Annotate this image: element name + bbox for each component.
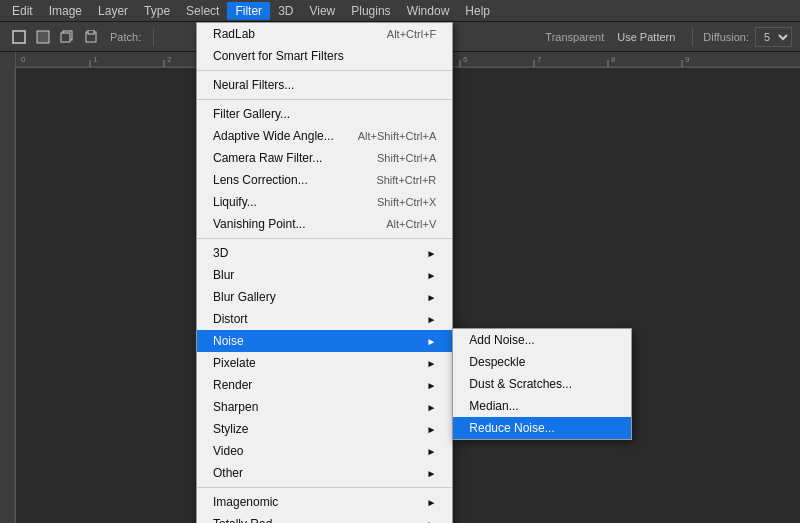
- filter-menu: RadLab Alt+Ctrl+F Convert for Smart Filt…: [196, 22, 453, 523]
- video-arrow: ►: [426, 446, 436, 457]
- submenu-median[interactable]: Median...: [453, 395, 631, 417]
- despeckle-label: Despeckle: [469, 355, 525, 369]
- toolbar-sep2: [692, 28, 693, 46]
- imagenomic-arrow: ►: [426, 497, 436, 508]
- menu-item-distort[interactable]: Distort ►: [197, 308, 452, 330]
- toolbar-sep1: [153, 28, 154, 46]
- menu-item-blur-gallery[interactable]: Blur Gallery ►: [197, 286, 452, 308]
- blur-arrow: ►: [426, 270, 436, 281]
- filter-gallery-label: Filter Gallery...: [213, 107, 290, 121]
- menu-item-pixelate[interactable]: Pixelate ►: [197, 352, 452, 374]
- menu-filter[interactable]: Filter: [227, 2, 270, 20]
- svg-text:1: 1: [93, 55, 98, 64]
- menu-item-filter-gallery[interactable]: Filter Gallery...: [197, 103, 452, 125]
- menu-item-3d[interactable]: 3D ►: [197, 242, 452, 264]
- pixelate-label: Pixelate: [213, 356, 256, 370]
- menu-item-lens-correction[interactable]: Lens Correction... Shift+Ctrl+R: [197, 169, 452, 191]
- totally-rad-label: Totally Rad: [213, 517, 272, 523]
- imagenomic-label: Imagenomic: [213, 495, 278, 509]
- transparent-label: Transparent: [545, 31, 604, 43]
- menu-edit[interactable]: Edit: [4, 2, 41, 20]
- menu-view[interactable]: View: [301, 2, 343, 20]
- submenu-despeckle[interactable]: Despeckle: [453, 351, 631, 373]
- liquify-shortcut: Shift+Ctrl+X: [377, 196, 436, 208]
- menu-item-camera-raw[interactable]: Camera Raw Filter... Shift+Ctrl+A: [197, 147, 452, 169]
- svg-text:6: 6: [463, 55, 468, 64]
- left-ruler: [0, 68, 16, 523]
- menu-item-blur[interactable]: Blur ►: [197, 264, 452, 286]
- stylize-arrow: ►: [426, 424, 436, 435]
- menu-select[interactable]: Select: [178, 2, 227, 20]
- menu-item-other[interactable]: Other ►: [197, 462, 452, 484]
- stylize-label: Stylize: [213, 422, 248, 436]
- sep2: [197, 99, 452, 100]
- submenu-add-noise[interactable]: Add Noise...: [453, 329, 631, 351]
- menu-item-stylize[interactable]: Stylize ►: [197, 418, 452, 440]
- ruler-corner: [0, 52, 16, 68]
- sharpen-arrow: ►: [426, 402, 436, 413]
- svg-text:7: 7: [537, 55, 542, 64]
- svg-text:2: 2: [167, 55, 172, 64]
- adaptive-wide-label: Adaptive Wide Angle...: [213, 129, 334, 143]
- menu-layer[interactable]: Layer: [90, 2, 136, 20]
- radlab-label: RadLab: [213, 27, 255, 41]
- submenu-reduce-noise[interactable]: Reduce Noise...: [453, 417, 631, 439]
- menu-help[interactable]: Help: [457, 2, 498, 20]
- vanishing-point-shortcut: Alt+Ctrl+V: [386, 218, 436, 230]
- totally-rad-arrow: ►: [426, 519, 436, 524]
- median-label: Median...: [469, 399, 518, 413]
- toolbar-copy-btn[interactable]: [56, 26, 78, 48]
- left-ruler-svg: [0, 68, 16, 523]
- menu-item-liquify[interactable]: Liquify... Shift+Ctrl+X: [197, 191, 452, 213]
- camera-raw-label: Camera Raw Filter...: [213, 151, 322, 165]
- menu-item-adaptive-wide[interactable]: Adaptive Wide Angle... Alt+Shift+Ctrl+A: [197, 125, 452, 147]
- liquify-label: Liquify...: [213, 195, 257, 209]
- menu-item-render[interactable]: Render ►: [197, 374, 452, 396]
- menu-image[interactable]: Image: [41, 2, 90, 20]
- menu-window[interactable]: Window: [399, 2, 458, 20]
- 3d-arrow: ►: [426, 248, 436, 259]
- menu-item-noise[interactable]: Noise ► Add Noise... Despeckle Dust & Sc…: [197, 330, 452, 352]
- pixelate-arrow: ►: [426, 358, 436, 369]
- add-noise-label: Add Noise...: [469, 333, 534, 347]
- video-label: Video: [213, 444, 243, 458]
- menu-3d[interactable]: 3D: [270, 2, 301, 20]
- toolbar-square2-btn[interactable]: [32, 26, 54, 48]
- sep4: [197, 487, 452, 488]
- menu-item-neural-filters[interactable]: Neural Filters...: [197, 74, 452, 96]
- patch-label: Patch:: [106, 31, 145, 43]
- menu-item-sharpen[interactable]: Sharpen ►: [197, 396, 452, 418]
- noise-arrow: ►: [426, 336, 436, 347]
- menu-plugins[interactable]: Plugins: [343, 2, 398, 20]
- lens-correction-shortcut: Shift+Ctrl+R: [376, 174, 436, 186]
- reduce-noise-label: Reduce Noise...: [469, 421, 554, 435]
- diffusion-select[interactable]: 5 1 2 3 4: [755, 27, 792, 47]
- noise-label: Noise: [213, 334, 244, 348]
- render-label: Render: [213, 378, 252, 392]
- smart-filters-label: Convert for Smart Filters: [213, 49, 344, 63]
- lens-correction-label: Lens Correction...: [213, 173, 308, 187]
- menu-item-vanishing-point[interactable]: Vanishing Point... Alt+Ctrl+V: [197, 213, 452, 235]
- filter-dropdown: RadLab Alt+Ctrl+F Convert for Smart Filt…: [196, 22, 453, 523]
- svg-rect-5: [88, 30, 94, 34]
- sep1: [197, 70, 452, 71]
- use-pattern-btn[interactable]: Use Pattern: [610, 26, 682, 48]
- toolbar-paste-btn[interactable]: [80, 26, 102, 48]
- sharpen-label: Sharpen: [213, 400, 258, 414]
- menu-bar: Edit Image Layer Type Select Filter 3D V…: [0, 0, 800, 22]
- svg-rect-0: [13, 31, 25, 43]
- distort-label: Distort: [213, 312, 248, 326]
- toolbar-square-btn[interactable]: [8, 26, 30, 48]
- menu-item-video[interactable]: Video ►: [197, 440, 452, 462]
- blur-gallery-label: Blur Gallery: [213, 290, 276, 304]
- menu-item-totally-rad[interactable]: Totally Rad ►: [197, 513, 452, 523]
- distort-arrow: ►: [426, 314, 436, 325]
- svg-text:0: 0: [21, 55, 26, 64]
- svg-rect-1: [37, 31, 49, 43]
- submenu-dust-scratches[interactable]: Dust & Scratches...: [453, 373, 631, 395]
- menu-item-radlab[interactable]: RadLab Alt+Ctrl+F: [197, 23, 452, 45]
- menu-item-smart-filters[interactable]: Convert for Smart Filters: [197, 45, 452, 67]
- menu-item-imagenomic[interactable]: Imagenomic ►: [197, 491, 452, 513]
- svg-rect-3: [61, 33, 70, 42]
- menu-type[interactable]: Type: [136, 2, 178, 20]
